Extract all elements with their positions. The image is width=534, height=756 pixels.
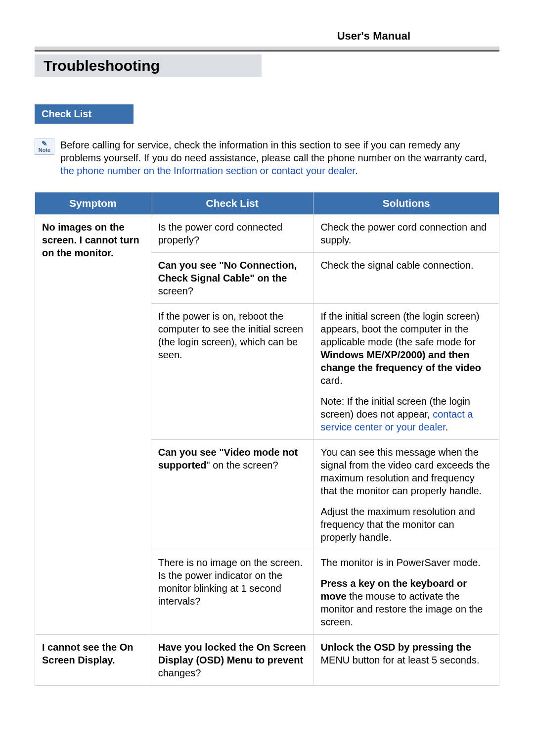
- note-icon: ✎ Note: [35, 139, 54, 155]
- header-symptom: Symptom: [35, 192, 151, 215]
- note-text: Before calling for service, check the in…: [60, 139, 499, 177]
- check-cell: Can you see "No Connection, Check Signal…: [151, 253, 313, 304]
- header-check: Check List: [151, 192, 313, 215]
- subsection-row: Check List: [35, 104, 499, 124]
- table-row: I cannot see the On Screen Display. Have…: [35, 635, 499, 686]
- page-content: User's Manual Troubleshooting Check List…: [0, 0, 534, 706]
- check-cell: Have you locked the On Screen Display (O…: [151, 635, 313, 686]
- note-text-part2: .: [355, 165, 358, 176]
- solution-note: Note: If the initial screen (the login s…: [320, 395, 492, 433]
- solution-cell: You can see this message when the signal…: [313, 440, 499, 550]
- troubleshooting-table: Symptom Check List Solutions No images o…: [35, 192, 499, 686]
- note-link[interactable]: the phone number on the Information sect…: [60, 165, 355, 176]
- section-title: Troubleshooting: [35, 54, 262, 77]
- note-text-part1: Before calling for service, check the in…: [60, 140, 487, 163]
- symptom-cell: I cannot see the On Screen Display.: [35, 635, 151, 686]
- header-solution: Solutions: [313, 192, 499, 215]
- solution-cell: The monitor is in PowerSaver mode. Press…: [313, 550, 499, 635]
- top-rule: [35, 47, 499, 51]
- check-cell: Is the power cord connected properly?: [151, 215, 313, 253]
- check-cell: Can you see "Video mode not supported" o…: [151, 440, 313, 550]
- manual-title: User's Manual: [35, 30, 499, 43]
- solution-cell: Check the signal cable connection.: [313, 253, 499, 304]
- section-title-bar: Troubleshooting: [35, 54, 499, 77]
- check-cell: If the power is on, reboot the computer …: [151, 304, 313, 440]
- table-header-row: Symptom Check List Solutions: [35, 192, 499, 215]
- subsection-tab: Check List: [35, 104, 134, 124]
- solution-cell: Check the power cord connection and supp…: [313, 215, 499, 253]
- check-cell: There is no image on the screen. Is the …: [151, 550, 313, 635]
- solution-cell: Unlock the OSD by pressing the MENU butt…: [313, 635, 499, 686]
- table-row: No images on the screen. I cannot turn o…: [35, 215, 499, 253]
- note-icon-label: Note: [35, 147, 54, 153]
- solution-cell: If the initial screen (the login screen)…: [313, 304, 499, 440]
- symptom-cell: No images on the screen. I cannot turn o…: [35, 215, 151, 635]
- wand-icon: ✎: [35, 140, 54, 147]
- note-block: ✎ Note Before calling for service, check…: [35, 139, 499, 177]
